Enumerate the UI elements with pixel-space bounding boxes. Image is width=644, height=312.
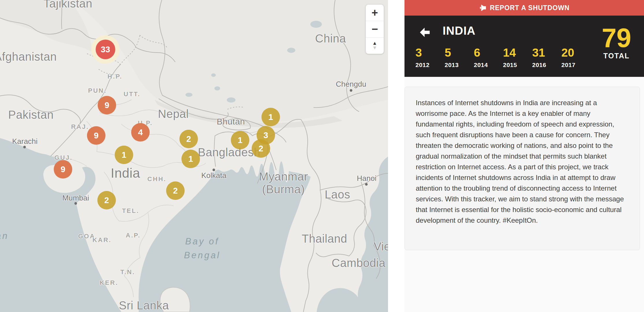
- state-label: PUN.: [88, 87, 107, 94]
- year-stat[interactable]: 31 2016: [532, 46, 561, 68]
- megaphone-icon: [479, 4, 487, 12]
- country-label: Nepal: [158, 107, 189, 120]
- year-stat[interactable]: 14 2015: [503, 46, 532, 68]
- country-label: China: [315, 32, 346, 45]
- pitch-down-icon: ▼: [372, 46, 377, 50]
- city-dot: [365, 183, 368, 186]
- city-dot: [23, 146, 26, 148]
- year-count: 20: [561, 46, 591, 59]
- cluster-marker[interactable]: 2: [97, 191, 116, 209]
- cluster-marker[interactable]: 1: [261, 108, 280, 126]
- cluster-marker[interactable]: 9: [54, 160, 72, 179]
- state-label: H.P.: [107, 73, 123, 80]
- city-dot: [75, 202, 77, 205]
- country-label: Laos: [325, 188, 350, 201]
- city-label: Kolkata: [201, 171, 227, 180]
- year-label: 2017: [561, 62, 591, 68]
- year-stat[interactable]: 20 2017: [561, 46, 591, 68]
- country-description: Instances of Internet shutdowns in India…: [416, 97, 629, 226]
- year-count: 14: [503, 46, 532, 59]
- year-label: 2013: [445, 62, 474, 68]
- year-stat[interactable]: 3 2012: [415, 46, 445, 68]
- year-label: 2016: [532, 62, 561, 68]
- year-count: 6: [474, 46, 503, 59]
- country-label: Cambodia: [332, 257, 385, 270]
- sea-label: Bay of: [185, 236, 219, 247]
- country-label: India: [111, 165, 140, 181]
- sidebar: REPORT A SHUTDOWN INDIA 3 2012 5 2013 6 …: [404, 0, 644, 312]
- state-label: UTT.: [124, 90, 140, 98]
- cluster-marker[interactable]: 2: [166, 181, 185, 200]
- city-label: Karachi: [12, 137, 38, 146]
- cluster-marker[interactable]: 1: [115, 146, 133, 164]
- year-label: 2014: [474, 62, 503, 68]
- cluster-marker[interactable]: 1: [231, 131, 249, 149]
- cluster-marker[interactable]: 4: [131, 123, 150, 142]
- total-count: 79: [602, 25, 631, 51]
- state-label: TEL.: [122, 207, 139, 215]
- city-dot: [213, 169, 215, 171]
- zoom-in-button[interactable]: +: [366, 5, 384, 21]
- country-label: Bhutan: [217, 117, 245, 127]
- map-zoom-controls: + − ▲ ▼: [365, 4, 384, 54]
- country-label: Vietnam: [374, 240, 388, 253]
- country-label: Myanmar: [259, 170, 308, 183]
- city-label: Mumbai: [62, 194, 89, 203]
- state-label: KAR.: [92, 236, 112, 244]
- state-label: KER.: [100, 279, 118, 287]
- country-label: (Burma): [262, 183, 305, 196]
- pitch-toggle-button[interactable]: ▲ ▼: [366, 38, 384, 54]
- year-stat[interactable]: 6 2014: [474, 46, 503, 68]
- state-label: CHH.: [147, 175, 166, 183]
- city-label: Hanoi: [357, 174, 376, 183]
- back-arrow-icon[interactable]: [420, 27, 432, 38]
- country-label: Sri Lanka: [119, 299, 169, 312]
- city-dot: [350, 89, 352, 92]
- cluster-marker[interactable]: 9: [98, 96, 116, 114]
- year-label: 2012: [415, 62, 445, 68]
- cluster-marker[interactable]: 1: [181, 150, 200, 168]
- year-count: 31: [532, 46, 561, 59]
- year-count: 3: [415, 46, 445, 59]
- country-label: Tajikistan: [43, 0, 92, 10]
- state-label: T.N.: [120, 268, 135, 276]
- city-label: Chengdu: [336, 80, 366, 89]
- total-block: 79 TOTAL: [602, 25, 631, 60]
- year-count: 5: [445, 46, 474, 59]
- report-shutdown-label: REPORT A SHUTDOWN: [490, 4, 570, 12]
- total-label: TOTAL: [602, 52, 631, 60]
- year-label: 2015: [503, 62, 532, 68]
- report-shutdown-button[interactable]: REPORT A SHUTDOWN: [404, 0, 644, 16]
- map-canvas[interactable]: + − ▲ ▼ TajikistanAfghanistanPakistanChi…: [0, 0, 388, 312]
- cluster-marker[interactable]: 2: [252, 139, 270, 158]
- sea-label: an: [0, 231, 9, 241]
- country-label: Thailand: [302, 232, 347, 245]
- country-description-card: Instances of Internet shutdowns in India…: [404, 87, 640, 250]
- state-label: RAJ.: [71, 123, 89, 131]
- country-title: INDIA: [443, 24, 476, 37]
- country-label: Afghanistan: [0, 50, 57, 63]
- yearly-counts: 3 2012 5 2013 6 2014 14 2015 31 2016: [415, 46, 591, 68]
- country-label: Pakistan: [8, 108, 53, 121]
- internet-shutdown-tracker-page: + − ▲ ▼ TajikistanAfghanistanPakistanChi…: [0, 0, 644, 312]
- country-label: Bangladesh: [198, 146, 260, 159]
- sea-label: Bengal: [184, 250, 221, 261]
- cluster-marker[interactable]: 9: [87, 126, 105, 145]
- year-stat[interactable]: 5 2013: [445, 46, 474, 68]
- cluster-marker[interactable]: 2: [179, 130, 198, 148]
- cluster-marker[interactable]: 33: [96, 40, 115, 59]
- state-label: A.P.: [126, 232, 141, 239]
- zoom-out-button[interactable]: −: [366, 21, 384, 38]
- country-stats-panel: INDIA 3 2012 5 2013 6 2014 14 2015: [404, 16, 644, 77]
